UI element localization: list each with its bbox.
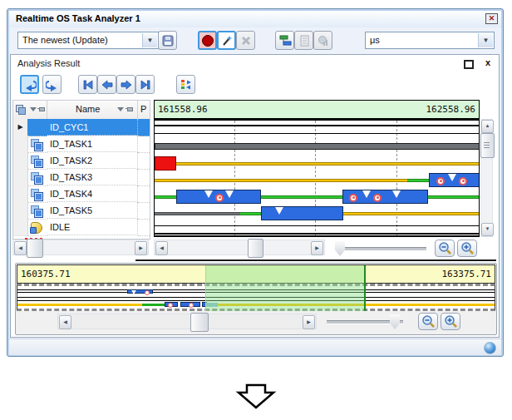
row-indicator-cell <box>13 219 28 236</box>
ID_TASK1-hbar-segment <box>155 143 480 150</box>
gantt-chart[interactable] <box>154 119 480 237</box>
save-button[interactable] <box>158 31 177 50</box>
zoom-out-button[interactable] <box>435 240 455 257</box>
table-horizontal-scrollbar[interactable]: ◀ ▶ <box>12 240 149 255</box>
pin-icon <box>39 107 45 111</box>
event-marker-triangle-icon <box>448 174 456 181</box>
ID_TASK2-line-segment <box>176 162 480 166</box>
chevron-down-icon[interactable]: ▼ <box>478 33 493 47</box>
viewport-region[interactable] <box>205 265 366 311</box>
overview-scrollbar[interactable]: ◀ ▶ <box>57 314 317 329</box>
header-priority-cell[interactable]: P <box>138 101 150 119</box>
last-event-button[interactable] <box>135 75 155 94</box>
event-marker-ring-icon <box>373 194 382 202</box>
event-marker-triangle-icon <box>362 190 371 198</box>
table-row[interactable]: ID_TASK5 <box>13 202 150 219</box>
task-icon <box>30 137 43 151</box>
panel-close-button[interactable]: x <box>485 57 490 67</box>
table-row[interactable]: ID_TASK3 <box>13 169 150 185</box>
statistics-button[interactable] <box>313 31 332 50</box>
float-window-icon[interactable] <box>464 60 474 69</box>
gantt-vertical-scrollbar[interactable]: ▲ ▼ <box>480 119 493 237</box>
task-name-label: ID_TASK1 <box>47 136 138 152</box>
navigation-toolbar <box>11 72 499 98</box>
scrollbar-thumb[interactable] <box>27 239 43 258</box>
report-button[interactable] <box>294 31 313 50</box>
event-marker-ring-icon <box>145 290 150 295</box>
table-row[interactable]: ▶ID_CYC1 <box>13 119 150 136</box>
zoom-in-button[interactable] <box>441 313 460 330</box>
first-event-button[interactable] <box>78 75 97 94</box>
row-indicator-cell <box>13 202 28 220</box>
event-marker-ring-icon <box>436 177 445 185</box>
prev-event-button[interactable] <box>97 75 116 94</box>
zoom-out-button[interactable] <box>418 313 438 330</box>
event-marker-triangle-icon <box>275 207 283 215</box>
scroll-left-icon[interactable]: ◀ <box>59 315 71 329</box>
status-bar <box>9 338 501 355</box>
pick-tool-button[interactable] <box>217 31 236 50</box>
pin-icon[interactable] <box>127 107 133 111</box>
priority-cell <box>138 219 150 236</box>
scroll-right-icon[interactable]: ▶ <box>135 241 147 255</box>
toggle-transition-button[interactable] <box>176 75 195 94</box>
task-table[interactable]: Name P ▶ID_CYC1ID_TASK1ID_TASK2ID_TASK3I… <box>12 100 150 240</box>
row-indicator-cell <box>13 169 28 186</box>
zoom-slider-track[interactable] <box>335 247 426 251</box>
next-transition-button[interactable] <box>42 75 62 94</box>
table-row[interactable]: ID_TASK4 <box>13 185 150 202</box>
event-marker-triangle-icon <box>392 190 401 198</box>
prev-transition-button[interactable] <box>20 75 39 94</box>
transition-view-button[interactable] <box>275 31 294 50</box>
task-name-label: IDLE <box>47 219 138 235</box>
transition-view-icon <box>278 34 292 47</box>
scroll-left-icon[interactable]: ◀ <box>155 241 168 255</box>
pick-tool-icon <box>220 34 234 47</box>
ID_TASK2-block-segment <box>155 156 176 170</box>
scroll-left-icon[interactable]: ◀ <box>14 241 27 255</box>
scroll-right-icon[interactable]: ▶ <box>303 315 315 329</box>
unit-dropdown[interactable]: μs ▼ <box>365 32 495 49</box>
filter-icon[interactable] <box>117 107 124 111</box>
event-marker-ring-icon <box>349 194 357 202</box>
scroll-down-icon[interactable]: ▼ <box>481 223 494 236</box>
report-icon <box>298 34 311 47</box>
profile-dropdown-value: The newest (Update) <box>22 35 108 45</box>
scrollbar-thumb[interactable] <box>480 133 495 158</box>
task-name-label: ID_TASK4 <box>47 185 138 202</box>
analysis-result-panel: Analysis Result x <box>10 54 500 338</box>
clear-button[interactable] <box>236 31 255 50</box>
priority-cell <box>138 202 150 220</box>
priority-cell <box>138 152 150 170</box>
panel-header: Analysis Result x <box>11 55 499 73</box>
next-event-button[interactable] <box>116 75 135 94</box>
table-header: Name P <box>13 101 150 120</box>
task-name-label: ID_TASK3 <box>47 169 138 185</box>
zoom-in-button[interactable] <box>457 240 477 257</box>
record-button[interactable] <box>198 31 217 50</box>
prev-transition-icon <box>23 78 37 91</box>
table-row[interactable]: ID_TASK2 <box>13 152 150 169</box>
scale-start-value: 161558.96 <box>158 104 208 115</box>
profile-dropdown[interactable]: The newest (Update) ▼ <box>17 32 159 49</box>
row-icon-cell <box>27 119 47 136</box>
window-close-button[interactable]: ✕ <box>485 13 498 24</box>
chevron-down-icon[interactable]: ▼ <box>142 33 157 47</box>
cyclic-icon <box>30 121 43 134</box>
zoom-slider-thumb[interactable] <box>335 241 345 256</box>
next-event-icon <box>120 78 133 91</box>
scrollbar-thumb[interactable] <box>248 239 263 258</box>
header-name-cell[interactable]: Name <box>47 101 138 119</box>
table-row[interactable]: IDLE <box>13 219 150 235</box>
layout-icon <box>16 105 25 114</box>
table-row[interactable]: ID_TASK1 <box>13 136 150 152</box>
overview-end-value: 163375.71 <box>441 269 491 279</box>
row-indicator-cell <box>13 136 28 153</box>
scroll-up-icon[interactable]: ▲ <box>481 120 494 133</box>
header-pin-cell[interactable] <box>13 101 47 119</box>
gantt-horizontal-scrollbar[interactable]: ◀ ▶ <box>154 240 325 255</box>
overview-zoom-slider-thumb[interactable] <box>390 314 400 329</box>
ID_TASK5-line-segment <box>240 212 261 216</box>
scrollbar-thumb[interactable] <box>190 313 209 332</box>
scroll-right-icon[interactable]: ▶ <box>311 241 323 255</box>
